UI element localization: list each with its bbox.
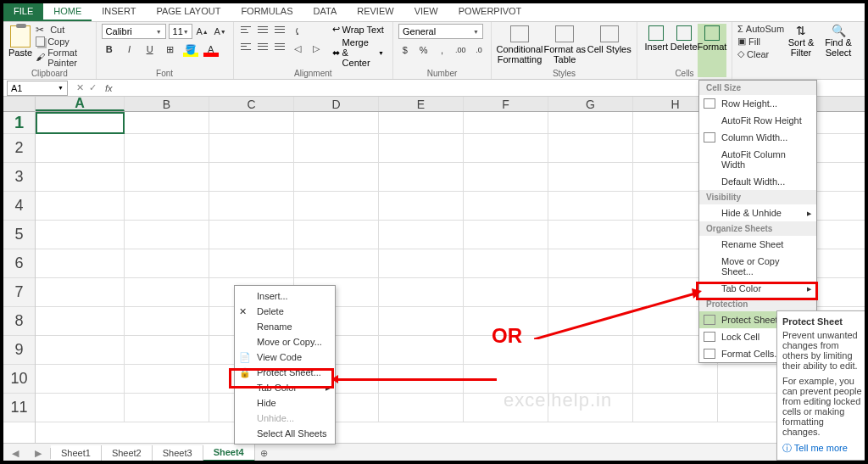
col-header-a[interactable]: A (36, 97, 125, 111)
tab-review[interactable]: REVIEW (347, 3, 403, 21)
ctx-tabcolor[interactable]: Tab Color▶ (235, 380, 335, 395)
row-header[interactable]: 2 (3, 134, 35, 163)
font-size-combo[interactable]: 11▼ (169, 24, 192, 39)
increase-font-button[interactable]: A▲ (195, 24, 210, 39)
ctx-hide[interactable]: Hide (235, 395, 335, 411)
find-label: Find & Select (821, 37, 855, 58)
tab-data[interactable]: DATA (303, 3, 348, 21)
row-header[interactable]: 10 (3, 365, 35, 394)
align-bottom-button[interactable] (273, 24, 287, 36)
sheet-tab[interactable]: Sheet2 (102, 445, 153, 461)
merge-center-button[interactable]: ⬌Merge & Center▼ (329, 37, 387, 68)
delete-icon (676, 25, 692, 41)
row-header[interactable]: 11 (3, 394, 35, 422)
ctx-move[interactable]: Move or Copy... (235, 334, 335, 349)
border-button[interactable]: ⊞ (163, 42, 178, 57)
col-header[interactable]: D (294, 97, 379, 111)
row-header[interactable]: 7 (3, 278, 35, 307)
cancel-formula-button[interactable]: ✕ (76, 82, 84, 93)
copy-button[interactable]: Copy (36, 36, 90, 47)
col-header[interactable]: C (209, 97, 294, 111)
row-header[interactable]: 3 (3, 163, 35, 192)
fmt-movesheet[interactable]: Move or Copy Sheet... (699, 253, 816, 280)
row-header[interactable]: 8 (3, 307, 35, 336)
decrease-decimal-button[interactable]: .0 (472, 42, 486, 58)
italic-button[interactable]: I (122, 42, 137, 57)
ctx-delete[interactable]: ✕Delete (235, 304, 335, 319)
ctx-selectall[interactable]: Select All Sheets (235, 426, 335, 441)
annotation-arrow-right (534, 288, 702, 339)
decrease-font-button[interactable]: A▼ (213, 24, 228, 39)
fmt-autocol[interactable]: AutoFit Column Width (699, 146, 816, 173)
percent-button[interactable]: % (417, 42, 431, 58)
wrap-text-button[interactable]: ↩Wrap Text (329, 24, 387, 35)
fill-button[interactable]: ▣Fill (737, 36, 784, 47)
sheet-nav[interactable]: ◀▶ (3, 448, 51, 459)
col-header[interactable]: G (548, 97, 633, 111)
fmt-hideunhide[interactable]: Hide & Unhide▶ (699, 204, 816, 221)
find-select-button[interactable]: 🔍Find & Select (821, 24, 855, 77)
chevron-right-icon: ▶ (807, 210, 811, 217)
font-color-button[interactable]: A (203, 42, 219, 57)
ctx-protect[interactable]: 🔒Protect Sheet... (235, 365, 335, 380)
align-middle-button[interactable] (256, 24, 270, 36)
align-top-button[interactable] (239, 24, 253, 36)
fmt-autorow[interactable]: AutoFit Row Height (699, 112, 816, 129)
sheet-tab-active[interactable]: Sheet4 (203, 444, 255, 461)
fmt-colwidth[interactable]: Column Width... (699, 129, 816, 146)
sort-filter-button[interactable]: ⇅Sort & Filter (784, 24, 818, 77)
comma-button[interactable]: , (436, 42, 449, 58)
tab-file[interactable]: FILE (3, 3, 43, 21)
bold-button[interactable]: B (102, 42, 117, 57)
enter-formula-button[interactable]: ✓ (89, 82, 97, 93)
select-all-corner[interactable] (3, 97, 35, 112)
tooltip-tellmemore[interactable]: ⓘ Tell me more (782, 442, 864, 455)
number-format-combo[interactable]: General▼ (398, 24, 483, 39)
autosum-button[interactable]: ΣAutoSum (737, 24, 784, 34)
tab-powerpivot[interactable]: POWERPIVOT (448, 3, 532, 21)
cut-button[interactable]: Cut (36, 24, 90, 36)
prev-sheet-icon[interactable]: ◀ (12, 448, 19, 459)
next-sheet-icon[interactable]: ▶ (35, 448, 42, 459)
row-header[interactable]: 6 (3, 249, 35, 278)
row-header-1[interactable]: 1 (3, 112, 35, 134)
row-header[interactable]: 4 (3, 192, 35, 221)
ctx-viewcode[interactable]: 📄View Code (235, 349, 335, 365)
fmt-defwidth[interactable]: Default Width... (699, 173, 816, 190)
tab-insert[interactable]: INSERT (92, 3, 146, 21)
name-box[interactable]: A1▼ (7, 81, 68, 96)
row-headers: 1 2 3 4 5 6 7 8 9 10 11 (3, 97, 36, 443)
tab-home[interactable]: HOME (43, 3, 92, 21)
sheet-tab[interactable]: Sheet3 (153, 445, 203, 461)
col-header[interactable]: B (125, 97, 209, 111)
col-header[interactable]: E (379, 97, 464, 111)
tab-view[interactable]: VIEW (404, 3, 448, 21)
align-right-button[interactable] (273, 41, 287, 53)
fx-icon[interactable]: fx (105, 83, 113, 93)
clear-button[interactable]: ◇Clear (737, 48, 784, 59)
tab-formulas[interactable]: FORMULAS (231, 3, 303, 21)
fill-color-button[interactable]: 🪣 (183, 42, 198, 57)
format-painter-button[interactable]: Format Painter (36, 48, 90, 68)
ctx-rename[interactable]: Rename (235, 319, 335, 334)
fmt-renamesheet[interactable]: Rename Sheet (699, 236, 816, 253)
font-name-combo[interactable]: Calibri▼ (102, 24, 166, 39)
align-center-button[interactable] (256, 41, 270, 53)
ctx-insert[interactable]: Insert... (235, 288, 335, 304)
fmt-rowheight[interactable]: Row Height... (699, 95, 816, 112)
fmt-tabcolor[interactable]: Tab Color▶ (699, 280, 816, 297)
currency-button[interactable]: $ (398, 42, 412, 58)
decrease-indent-button[interactable]: ◁ (290, 41, 305, 56)
increase-decimal-button[interactable]: .00 (453, 42, 467, 58)
tab-pagelayout[interactable]: PAGE LAYOUT (146, 3, 231, 21)
orientation-button[interactable]: ⤹ (290, 24, 305, 39)
underline-button[interactable]: U (142, 42, 158, 57)
row-header[interactable]: 9 (3, 336, 35, 365)
col-header[interactable]: F (464, 97, 548, 111)
increase-indent-button[interactable]: ▷ (309, 41, 324, 56)
new-sheet-button[interactable]: ⊕ (255, 448, 274, 459)
sheet-tab[interactable]: Sheet1 (51, 445, 102, 461)
row-header[interactable]: 5 (3, 221, 35, 249)
wrap-icon: ↩ (332, 24, 340, 35)
align-left-button[interactable] (239, 41, 253, 53)
